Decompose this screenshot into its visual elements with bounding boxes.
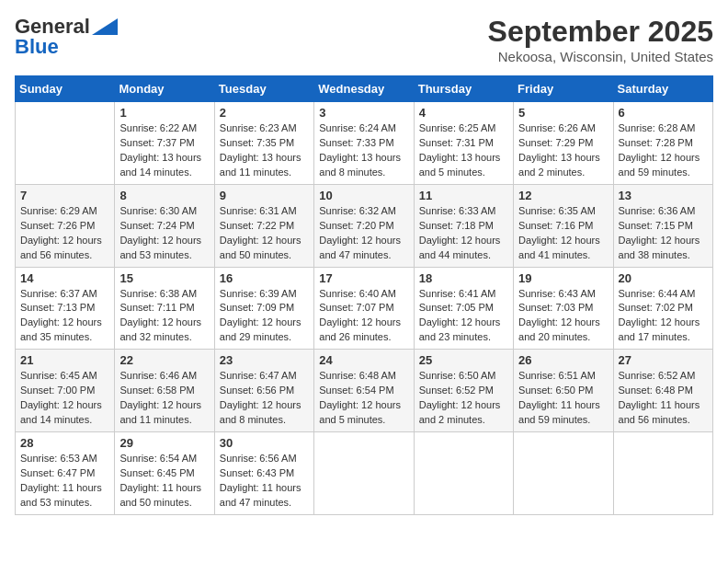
day-number: 2 [220,106,309,120]
calendar-cell: 6Sunrise: 6:28 AMSunset: 7:28 PMDaylight… [613,102,712,185]
title-block: September 2025 Nekoosa, Wisconsin, Unite… [488,15,713,64]
calendar-cell: 18Sunrise: 6:41 AMSunset: 7:05 PMDayligh… [414,267,513,350]
calendar-cell: 4Sunrise: 6:25 AMSunset: 7:31 PMDaylight… [414,102,513,185]
day-number: 8 [119,189,209,202]
day-number: 16 [220,271,309,285]
cell-info: Sunrise: 6:30 AMSunset: 7:24 PMDaylight:… [119,204,209,263]
day-number: 6 [619,106,708,120]
calendar-cell: 10Sunrise: 6:32 AMSunset: 7:20 PMDayligh… [314,184,414,267]
day-number: 17 [319,271,408,285]
cell-info: Sunrise: 6:31 AMSunset: 7:22 PMDaylight:… [220,204,309,263]
calendar-cell: 14Sunrise: 6:37 AMSunset: 7:13 PMDayligh… [16,267,115,350]
cell-info: Sunrise: 6:51 AMSunset: 6:50 PMDaylight:… [518,369,608,428]
location: Nekoosa, Wisconsin, United States [488,49,713,64]
calendar-week-row: 14Sunrise: 6:37 AMSunset: 7:13 PMDayligh… [16,267,713,350]
day-number: 28 [20,436,109,450]
day-number: 27 [619,353,708,367]
calendar-week-row: 28Sunrise: 6:53 AMSunset: 6:47 PMDayligh… [16,432,713,515]
cell-info: Sunrise: 6:29 AMSunset: 7:26 PMDaylight:… [20,204,109,263]
weekday-header: Sunday [16,76,115,102]
logo: General Blue [15,15,118,59]
cell-info: Sunrise: 6:45 AMSunset: 7:00 PMDaylight:… [20,369,109,428]
calendar-cell: 3Sunrise: 6:24 AMSunset: 7:33 PMDaylight… [314,102,414,185]
cell-info: Sunrise: 6:24 AMSunset: 7:33 PMDaylight:… [319,121,408,180]
calendar-cell: 17Sunrise: 6:40 AMSunset: 7:07 PMDayligh… [314,267,414,350]
weekday-header: Friday [514,76,613,102]
calendar-cell: 15Sunrise: 6:38 AMSunset: 7:11 PMDayligh… [115,267,214,350]
calendar-cell: 2Sunrise: 6:23 AMSunset: 7:35 PMDaylight… [214,102,313,185]
calendar-cell [16,102,115,185]
calendar-header-row: SundayMondayTuesdayWednesdayThursdayFrid… [16,76,713,102]
calendar-cell: 8Sunrise: 6:30 AMSunset: 7:24 PMDaylight… [115,184,214,267]
day-number: 24 [319,353,408,367]
cell-info: Sunrise: 6:33 AMSunset: 7:18 PMDaylight:… [419,204,508,263]
day-number: 19 [518,271,608,285]
cell-info: Sunrise: 6:52 AMSunset: 6:48 PMDaylight:… [619,369,708,428]
cell-info: Sunrise: 6:54 AMSunset: 6:45 PMDaylight:… [119,452,209,511]
calendar-cell: 1Sunrise: 6:22 AMSunset: 7:37 PMDaylight… [115,102,214,185]
day-number: 1 [119,106,209,120]
calendar-cell: 28Sunrise: 6:53 AMSunset: 6:47 PMDayligh… [16,432,115,515]
day-number: 30 [220,436,309,450]
day-number: 5 [518,106,608,120]
day-number: 29 [119,436,209,450]
calendar-cell: 23Sunrise: 6:47 AMSunset: 6:56 PMDayligh… [214,350,313,432]
cell-info: Sunrise: 6:26 AMSunset: 7:29 PMDaylight:… [518,121,608,180]
calendar-week-row: 21Sunrise: 6:45 AMSunset: 7:00 PMDayligh… [16,350,713,432]
logo-blue: Blue [15,35,59,59]
cell-info: Sunrise: 6:48 AMSunset: 6:54 PMDaylight:… [319,369,408,428]
calendar-cell: 9Sunrise: 6:31 AMSunset: 7:22 PMDaylight… [214,184,313,267]
day-number: 13 [619,189,708,202]
cell-info: Sunrise: 6:39 AMSunset: 7:09 PMDaylight:… [220,287,309,346]
calendar-cell: 27Sunrise: 6:52 AMSunset: 6:48 PMDayligh… [613,350,712,432]
calendar-cell: 20Sunrise: 6:44 AMSunset: 7:02 PMDayligh… [613,267,712,350]
cell-info: Sunrise: 6:50 AMSunset: 6:52 PMDaylight:… [419,369,508,428]
logo-icon [92,18,118,35]
calendar-table: SundayMondayTuesdayWednesdayThursdayFrid… [15,75,713,515]
day-number: 9 [220,189,309,202]
calendar-cell: 7Sunrise: 6:29 AMSunset: 7:26 PMDaylight… [16,184,115,267]
day-number: 25 [419,353,508,367]
day-number: 4 [419,106,508,120]
calendar-cell: 24Sunrise: 6:48 AMSunset: 6:54 PMDayligh… [314,350,414,432]
day-number: 7 [20,189,109,202]
cell-info: Sunrise: 6:32 AMSunset: 7:20 PMDaylight:… [319,204,408,263]
calendar-cell: 30Sunrise: 6:56 AMSunset: 6:43 PMDayligh… [214,432,313,515]
day-number: 20 [619,271,708,285]
weekday-header: Thursday [414,76,513,102]
weekday-header: Saturday [613,76,712,102]
cell-info: Sunrise: 6:47 AMSunset: 6:56 PMDaylight:… [220,369,309,428]
weekday-header: Monday [115,76,214,102]
cell-info: Sunrise: 6:56 AMSunset: 6:43 PMDaylight:… [220,452,309,511]
page-header: General Blue September 2025 Nekoosa, Wis… [15,15,713,64]
calendar-cell: 5Sunrise: 6:26 AMSunset: 7:29 PMDaylight… [514,102,613,185]
cell-info: Sunrise: 6:23 AMSunset: 7:35 PMDaylight:… [220,121,309,180]
calendar-cell [613,432,712,515]
cell-info: Sunrise: 6:28 AMSunset: 7:28 PMDaylight:… [619,121,708,180]
calendar-cell [414,432,513,515]
calendar-cell: 19Sunrise: 6:43 AMSunset: 7:03 PMDayligh… [514,267,613,350]
calendar-cell: 22Sunrise: 6:46 AMSunset: 6:58 PMDayligh… [115,350,214,432]
calendar-cell: 21Sunrise: 6:45 AMSunset: 7:00 PMDayligh… [16,350,115,432]
cell-info: Sunrise: 6:36 AMSunset: 7:15 PMDaylight:… [619,204,708,263]
calendar-week-row: 1Sunrise: 6:22 AMSunset: 7:37 PMDaylight… [16,102,713,185]
cell-info: Sunrise: 6:25 AMSunset: 7:31 PMDaylight:… [419,121,508,180]
weekday-header: Wednesday [314,76,414,102]
calendar-cell [314,432,414,515]
calendar-cell: 29Sunrise: 6:54 AMSunset: 6:45 PMDayligh… [115,432,214,515]
cell-info: Sunrise: 6:44 AMSunset: 7:02 PMDaylight:… [619,287,708,346]
day-number: 14 [20,271,109,285]
calendar-cell: 16Sunrise: 6:39 AMSunset: 7:09 PMDayligh… [214,267,313,350]
month-title: September 2025 [488,15,713,49]
day-number: 21 [20,353,109,367]
day-number: 10 [319,189,408,202]
calendar-cell [514,432,613,515]
calendar-cell: 26Sunrise: 6:51 AMSunset: 6:50 PMDayligh… [514,350,613,432]
cell-info: Sunrise: 6:40 AMSunset: 7:07 PMDaylight:… [319,287,408,346]
day-number: 26 [518,353,608,367]
calendar-cell: 25Sunrise: 6:50 AMSunset: 6:52 PMDayligh… [414,350,513,432]
day-number: 15 [119,271,209,285]
cell-info: Sunrise: 6:22 AMSunset: 7:37 PMDaylight:… [119,121,209,180]
calendar-cell: 11Sunrise: 6:33 AMSunset: 7:18 PMDayligh… [414,184,513,267]
calendar-cell: 13Sunrise: 6:36 AMSunset: 7:15 PMDayligh… [613,184,712,267]
